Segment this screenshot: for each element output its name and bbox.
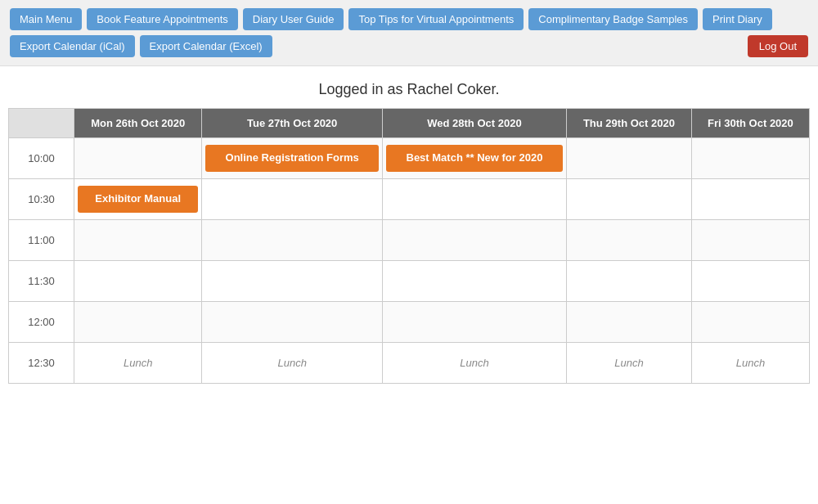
- empty-cell: [566, 261, 691, 302]
- time-header: [9, 109, 74, 138]
- day-header-fri: Fri 30th Oct 2020: [691, 109, 809, 138]
- day-header-mon: Mon 26th Oct 2020: [74, 109, 202, 138]
- calendar-event-cell[interactable]: Best Match ** New for 2020: [382, 138, 566, 179]
- calendar-event-cell[interactable]: Online Registration Forms: [202, 138, 383, 179]
- calendar-row: 10:00Online Registration FormsBest Match…: [9, 138, 810, 179]
- empty-cell: [382, 302, 566, 343]
- toolbar: Main MenuBook Feature AppointmentsDiary …: [0, 0, 818, 66]
- lunch-cell: Lunch: [202, 343, 383, 384]
- top-tips-button[interactable]: Top Tips for Virtual Appointments: [348, 8, 524, 30]
- day-header-wed: Wed 28th Oct 2020: [382, 109, 566, 138]
- time-cell: 10:00: [9, 138, 74, 179]
- empty-cell: [691, 302, 809, 343]
- day-header-thu: Thu 29th Oct 2020: [566, 109, 691, 138]
- empty-cell: [382, 179, 566, 220]
- empty-cell: [202, 220, 383, 261]
- empty-cell: [74, 220, 202, 261]
- calendar-row: 12:30LunchLunchLunchLunchLunch: [9, 343, 810, 384]
- empty-cell: [74, 302, 202, 343]
- main-menu-button[interactable]: Main Menu: [10, 8, 82, 30]
- day-header-tue: Tue 27th Oct 2020: [202, 109, 383, 138]
- badge-samples-button[interactable]: Complimentary Badge Samples: [528, 8, 698, 30]
- calendar-header-row: Mon 26th Oct 2020 Tue 27th Oct 2020 Wed …: [9, 109, 810, 138]
- calendar-wrapper: Mon 26th Oct 2020 Tue 27th Oct 2020 Wed …: [0, 108, 818, 392]
- empty-cell: [566, 302, 691, 343]
- diary-user-guide-button[interactable]: Diary User Guide: [243, 8, 344, 30]
- lunch-cell: Lunch: [566, 343, 691, 384]
- time-cell: 11:00: [9, 220, 74, 261]
- empty-cell: [566, 179, 691, 220]
- logout-button[interactable]: Log Out: [748, 35, 808, 57]
- calendar-header: Mon 26th Oct 2020 Tue 27th Oct 2020 Wed …: [9, 109, 810, 138]
- empty-cell: [382, 220, 566, 261]
- calendar-body: 10:00Online Registration FormsBest Match…: [9, 138, 810, 384]
- book-feature-button[interactable]: Book Feature Appointments: [87, 8, 237, 30]
- calendar-row: 11:30: [9, 261, 810, 302]
- lunch-cell: Lunch: [382, 343, 566, 384]
- empty-cell: [202, 302, 383, 343]
- calendar-row: 10:30Exhibitor Manual: [9, 179, 810, 220]
- export-ical-button[interactable]: Export Calendar (iCal): [10, 35, 135, 57]
- time-cell: 10:30: [9, 179, 74, 220]
- calendar-row: 12:00: [9, 302, 810, 343]
- event-label[interactable]: Best Match ** New for 2020: [386, 145, 563, 172]
- empty-cell: [74, 138, 202, 179]
- empty-cell: [566, 220, 691, 261]
- event-label[interactable]: Online Registration Forms: [205, 145, 379, 172]
- event-label[interactable]: Exhibitor Manual: [78, 186, 198, 213]
- empty-cell: [691, 138, 809, 179]
- logged-in-message: Logged in as Rachel Coker.: [0, 66, 818, 108]
- empty-cell: [202, 261, 383, 302]
- time-cell: 12:30: [9, 343, 74, 384]
- empty-cell: [74, 261, 202, 302]
- export-excel-button[interactable]: Export Calendar (Excel): [140, 35, 272, 57]
- time-cell: 11:30: [9, 261, 74, 302]
- lunch-cell: Lunch: [74, 343, 202, 384]
- empty-cell: [691, 220, 809, 261]
- empty-cell: [691, 179, 809, 220]
- calendar-table: Mon 26th Oct 2020 Tue 27th Oct 2020 Wed …: [8, 108, 810, 384]
- empty-cell: [691, 261, 809, 302]
- lunch-cell: Lunch: [691, 343, 809, 384]
- empty-cell: [566, 138, 691, 179]
- empty-cell: [202, 179, 383, 220]
- logged-in-text: Logged in as Rachel Coker.: [318, 81, 499, 97]
- calendar-row: 11:00: [9, 220, 810, 261]
- empty-cell: [382, 261, 566, 302]
- time-cell: 12:00: [9, 302, 74, 343]
- print-diary-button[interactable]: Print Diary: [703, 8, 772, 30]
- calendar-event-cell[interactable]: Exhibitor Manual: [74, 179, 202, 220]
